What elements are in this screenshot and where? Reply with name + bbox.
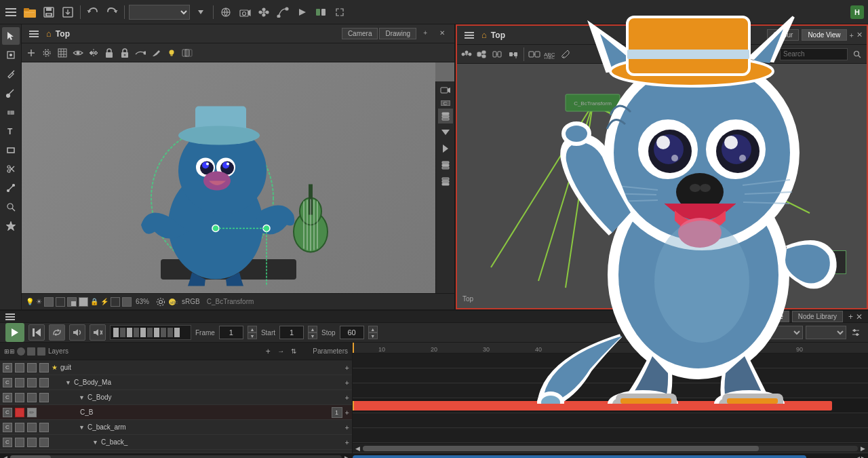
stop-up-btn[interactable]: ▲ xyxy=(368,326,378,332)
layers-scroll-left[interactable]: ◀ xyxy=(3,455,7,459)
layer-num-badge[interactable]: 1 xyxy=(332,407,342,418)
menu-icon[interactable] xyxy=(3,4,19,20)
layer-stack-icon-3[interactable] xyxy=(438,174,453,189)
view-dropdown[interactable]: Default xyxy=(129,5,190,20)
animate-icon[interactable] xyxy=(294,4,310,20)
lock-icon[interactable] xyxy=(102,46,116,60)
layer-expand-icon[interactable]: ▼ xyxy=(79,424,85,431)
layer-sort-btn[interactable]: ⇅ xyxy=(288,346,299,357)
node-sub-icon-4[interactable] xyxy=(507,47,520,61)
grid-icon[interactable] xyxy=(56,46,69,60)
profile-icon[interactable]: H xyxy=(849,4,865,20)
bulb-bottom-icon[interactable]: 💡 xyxy=(26,298,34,305)
layer-lock-box[interactable] xyxy=(27,363,37,373)
extra-tool[interactable] xyxy=(2,217,20,235)
settings-icon[interactable] xyxy=(40,46,54,60)
collapse-icon[interactable] xyxy=(438,125,453,140)
layer-color-red[interactable] xyxy=(15,408,24,417)
layer-visibility[interactable] xyxy=(15,393,24,402)
layer-visibility[interactable] xyxy=(15,363,24,373)
layer-lock-box[interactable] xyxy=(27,438,37,447)
layers-scrollbar-track[interactable] xyxy=(10,455,342,459)
scissors-tool[interactable] xyxy=(2,160,20,178)
colour-tab[interactable]: Colour xyxy=(767,29,799,41)
camera-tab[interactable]: Camera xyxy=(342,28,378,39)
settings-bottom-icon[interactable] xyxy=(156,297,165,307)
layer-lock-box[interactable] xyxy=(27,423,37,432)
bottom-menu-icon[interactable] xyxy=(5,312,15,322)
start-up-btn[interactable]: ▲ xyxy=(308,326,317,332)
timeline-scroll-right[interactable]: ▶ xyxy=(861,445,865,452)
add-layer-icon[interactable] xyxy=(24,46,38,60)
dropdown-extra-icon[interactable] xyxy=(193,4,209,20)
timeline-scrollbar-track[interactable] xyxy=(363,446,858,451)
node-view-canvas[interactable]: C_BcTransform Top xyxy=(457,64,867,308)
layer-add-icon[interactable]: + xyxy=(345,394,349,402)
timeline-settings-icon[interactable] xyxy=(849,326,863,339)
sound-button[interactable] xyxy=(69,324,85,341)
layer-row[interactable]: C ★ guit + xyxy=(0,360,352,375)
start-down-btn[interactable]: ▼ xyxy=(308,332,317,339)
timeline-track-4[interactable] xyxy=(353,398,868,413)
layer-expand-icon[interactable]: ▼ xyxy=(65,379,71,386)
expand-icon[interactable] xyxy=(332,4,348,20)
transform-tool[interactable] xyxy=(2,46,20,64)
layer-lock-box[interactable] xyxy=(27,393,37,402)
onion-skin-icon[interactable] xyxy=(180,46,194,60)
panel-menu-icon[interactable] xyxy=(26,26,42,42)
redo-icon[interactable] xyxy=(104,4,120,20)
node-sub-icon-3[interactable] xyxy=(491,47,505,61)
mute-button[interactable] xyxy=(90,324,106,341)
close-view-btn[interactable]: ✕ xyxy=(434,28,450,39)
frame-down-btn[interactable]: ▼ xyxy=(248,332,257,339)
nodes-icon[interactable] xyxy=(256,4,272,20)
lock-bottom-icon[interactable]: 🔒 xyxy=(90,298,98,305)
node-search-input[interactable] xyxy=(780,48,848,60)
timeline-scrollbar[interactable]: ◀ ▶ xyxy=(353,443,868,453)
playback-dropdown[interactable] xyxy=(735,326,803,339)
layer-extras-box[interactable] xyxy=(39,423,49,432)
zoom-tool[interactable] xyxy=(2,198,20,216)
layer-extras-box[interactable] xyxy=(39,438,49,447)
layer-add-icon[interactable]: + xyxy=(345,379,349,387)
frame-input[interactable] xyxy=(219,326,243,339)
layer-pencil[interactable]: ✏ xyxy=(27,408,37,417)
skip-back-button[interactable] xyxy=(28,324,45,341)
wrench-icon[interactable] xyxy=(559,47,572,61)
expand-right-icon[interactable] xyxy=(438,141,453,156)
bulb-icon[interactable] xyxy=(165,46,178,60)
start-input[interactable] xyxy=(279,326,304,339)
zoom-out-btn[interactable]: ▶ xyxy=(861,455,865,458)
node-sub-icon-5[interactable] xyxy=(528,47,541,61)
view-mode-icon[interactable] xyxy=(218,4,234,20)
bolt-icon[interactable]: ⚡ xyxy=(100,298,108,305)
layer-visibility[interactable] xyxy=(15,378,24,387)
eraser-tool[interactable] xyxy=(2,103,20,121)
export-icon[interactable] xyxy=(60,4,76,20)
layer-extras-box[interactable] xyxy=(39,378,49,387)
paint-tool[interactable] xyxy=(2,65,20,83)
drawing-tab[interactable]: Drawing xyxy=(379,28,416,39)
search-icon[interactable] xyxy=(850,47,864,61)
viewport-canvas[interactable] xyxy=(22,62,435,293)
layer-expand-icon[interactable]: ▼ xyxy=(92,439,98,446)
layer-row[interactable]: C ▼ C_Body + xyxy=(0,390,352,405)
layer-extras-box[interactable] xyxy=(39,363,49,373)
timeline-scroll-left[interactable]: ◀ xyxy=(355,445,360,452)
add-view-btn[interactable]: + xyxy=(418,28,433,39)
layer-add-icon[interactable]: + xyxy=(345,408,349,417)
stop-input[interactable] xyxy=(340,326,364,339)
open-file-icon[interactable] xyxy=(22,4,38,20)
right-add-btn[interactable]: + xyxy=(850,31,854,39)
mirror-icon[interactable] xyxy=(87,46,100,60)
color-swatch-icon[interactable]: sRGB xyxy=(167,297,178,307)
frame-up-btn[interactable]: ▲ xyxy=(248,326,257,332)
show-icon[interactable] xyxy=(71,46,85,60)
layer-add-icon[interactable]: + xyxy=(345,364,349,372)
stop-down-btn[interactable]: ▼ xyxy=(368,332,378,339)
layer-stack-icon-2[interactable] xyxy=(438,157,453,172)
motion-trail-icon[interactable] xyxy=(134,46,147,60)
brush-tool[interactable] xyxy=(2,84,20,102)
play-button[interactable] xyxy=(5,323,24,342)
bottom-add-btn[interactable]: + xyxy=(848,312,853,322)
